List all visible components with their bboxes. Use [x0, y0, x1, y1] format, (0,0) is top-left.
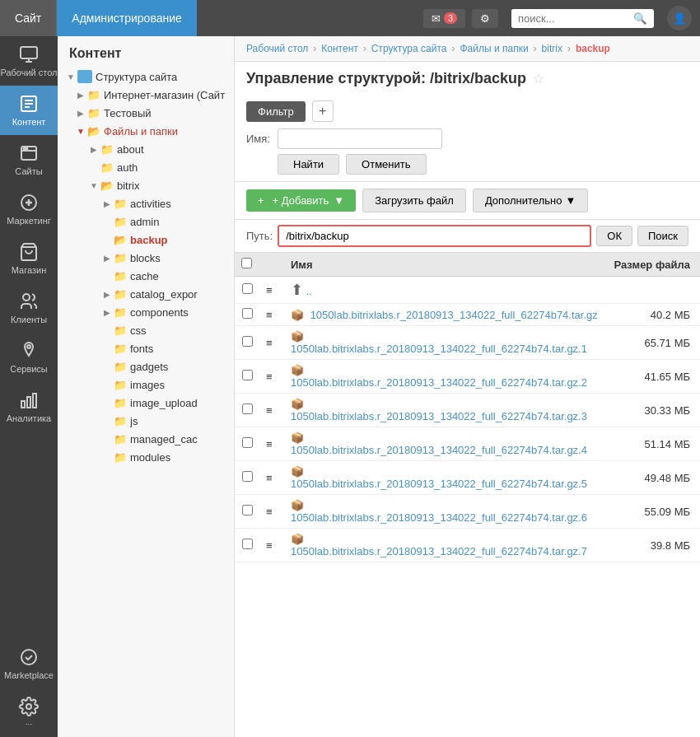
- tree-item-css[interactable]: ▶ 📁 css: [58, 321, 234, 339]
- sidebar-item-marketing[interactable]: Маркетинг: [0, 184, 58, 234]
- tree-item-modules[interactable]: ▶ 📁 modules: [58, 448, 234, 466]
- more-button[interactable]: Дополнительно ▼: [473, 189, 588, 212]
- filter-name-input[interactable]: [278, 128, 442, 149]
- settings-button[interactable]: ⚙: [472, 9, 498, 28]
- path-search-button[interactable]: Поиск: [637, 226, 688, 246]
- row-checkbox[interactable]: [242, 505, 253, 515]
- tree-item-blocks[interactable]: ▶ 📁 blocks: [58, 249, 234, 267]
- star-button[interactable]: ☆: [533, 71, 544, 86]
- sidebar-item-services[interactable]: Сервисы: [0, 333, 58, 382]
- tree-item-about[interactable]: ▶ 📁 about: [58, 140, 234, 158]
- sidebar-item-content[interactable]: Контент: [0, 86, 58, 135]
- file-name-cell[interactable]: 📦 1050lab.bitrixlabs.r_20180913_134022_f…: [284, 394, 607, 427]
- messages-button[interactable]: ✉ 3: [423, 9, 465, 28]
- sidebar-item-clients[interactable]: Клиенты: [0, 283, 58, 333]
- tree-item-components[interactable]: ▶ 📁 components: [58, 303, 234, 321]
- filter-tab-button[interactable]: Фильтр: [246, 101, 306, 122]
- sidebar-item-shop[interactable]: Магазин: [0, 234, 58, 283]
- file-name-cell[interactable]: 📦 1050lab.bitrixlabs.r_20180913_134022_f…: [284, 529, 607, 562]
- tree-item-managed-cache[interactable]: ▶ 📁 managed_cac: [58, 430, 234, 448]
- tree-item-auth[interactable]: ▶ 📁 auth: [58, 158, 234, 176]
- sidebar-item-settings[interactable]: ···: [0, 688, 58, 737]
- updir-link[interactable]: ⬆ ..: [284, 277, 607, 304]
- drag-handle[interactable]: ≡: [259, 529, 284, 562]
- file-name-cell[interactable]: 📦 1050lab.bitrixlabs.r_20180913_134022_f…: [284, 304, 607, 326]
- file-name-cell[interactable]: 📦 1050lab.bitrixlabs.r_20180913_134022_f…: [284, 495, 607, 529]
- file-name-cell[interactable]: 📦 1050lab.bitrixlabs.r_20180913_134022_f…: [284, 326, 607, 360]
- admin-tab[interactable]: Администрирование: [57, 0, 197, 36]
- sidebar-item-desktop[interactable]: Рабочий стол: [0, 36, 58, 86]
- file-name-cell[interactable]: 📦 1050lab.bitrixlabs.r_20180913_134022_f…: [284, 360, 607, 394]
- tree-label-catalog-export: catalog_expor: [130, 288, 198, 301]
- tree-item-fonts[interactable]: ▶ 📁 fonts: [58, 339, 234, 357]
- search-button[interactable]: 🔍: [627, 9, 654, 28]
- clients-icon: [19, 292, 39, 311]
- tree-item-backup[interactable]: ▶ 📂 backup: [58, 231, 234, 249]
- filter-add-button[interactable]: +: [312, 100, 334, 122]
- breadcrumb-structure[interactable]: Структура сайта: [371, 43, 447, 54]
- svg-point-12: [27, 345, 30, 348]
- row-checkbox-cell: [235, 304, 259, 326]
- sidebar-item-analytics[interactable]: Аналитика: [0, 382, 58, 431]
- main-layout: Рабочий стол Контент Сайты Маркетинг Маг…: [0, 36, 700, 737]
- row-checkbox[interactable]: [242, 539, 253, 549]
- row-checkbox[interactable]: [242, 308, 253, 319]
- row-checkbox[interactable]: [242, 336, 253, 347]
- row-checkbox-cell: [235, 461, 259, 495]
- select-all-checkbox[interactable]: [241, 258, 252, 268]
- table-row: ≡ 📦 1050lab.bitrixlabs.r_20180913_134022…: [235, 394, 700, 427]
- breadcrumb-files[interactable]: Файлы и папки: [460, 43, 528, 54]
- tree-item-bitrix[interactable]: ▼ 📂 bitrix: [58, 176, 234, 194]
- tree-item-images[interactable]: ▶ 📁 images: [58, 375, 234, 394]
- file-name-cell[interactable]: 📦 1050lab.bitrixlabs.r_20180913_134022_f…: [284, 461, 607, 495]
- upload-button[interactable]: Загрузить файл: [362, 189, 466, 212]
- site-tab[interactable]: Сайт: [0, 0, 57, 36]
- tree-item-internet-shop[interactable]: ▶ 📁 Интернет-магазин (Сайт: [58, 86, 234, 104]
- tree-item-js[interactable]: ▶ 📁 js: [58, 412, 234, 430]
- tree-item-catalog-export[interactable]: ▶ 📁 catalog_expor: [58, 285, 234, 303]
- drag-handle[interactable]: ≡: [259, 326, 284, 360]
- folder-icon: 📁: [87, 89, 100, 100]
- sidebar-item-marketplace[interactable]: Marketplace: [0, 639, 58, 688]
- tree-item-structure[interactable]: ▼ Структура сайта: [58, 68, 234, 86]
- table-row: ≡ 📦 1050lab.bitrixlabs.r_20180913_134022…: [235, 427, 700, 461]
- cancel-button[interactable]: Отменить: [346, 154, 426, 175]
- tree-item-test[interactable]: ▶ 📁 Тестовый: [58, 104, 234, 122]
- breadcrumb-desktop[interactable]: Рабочий стол: [246, 43, 308, 54]
- row-checkbox[interactable]: [242, 283, 253, 294]
- tree-item-files[interactable]: ▼ 📂 Файлы и папки: [58, 122, 234, 140]
- row-checkbox[interactable]: [242, 370, 253, 380]
- file-name-cell[interactable]: 📦 1050lab.bitrixlabs.r_20180913_134022_f…: [284, 427, 607, 461]
- svg-rect-13: [21, 401, 25, 408]
- add-button[interactable]: + + Добавить ▼: [246, 189, 356, 212]
- drag-handle[interactable]: ≡: [259, 304, 284, 326]
- find-button[interactable]: Найти: [278, 154, 339, 175]
- breadcrumb-bitrix[interactable]: bitrix: [542, 43, 562, 54]
- drag-handle[interactable]: ≡: [259, 495, 284, 529]
- drag-handle[interactable]: ≡: [259, 427, 284, 461]
- breadcrumb-backup[interactable]: backup: [576, 43, 610, 54]
- search-input[interactable]: [511, 9, 627, 28]
- drag-handle[interactable]: ≡: [259, 461, 284, 495]
- user-button[interactable]: 👤: [667, 6, 692, 30]
- row-checkbox[interactable]: [242, 403, 253, 414]
- tree-item-cache[interactable]: ▶ 📁 cache: [58, 267, 234, 285]
- path-input[interactable]: [278, 225, 591, 247]
- tree-item-gadgets[interactable]: ▶ 📁 gadgets: [58, 357, 234, 375]
- drag-handle[interactable]: ≡: [259, 394, 284, 427]
- more-label: Дополнительно: [485, 194, 562, 207]
- drag-handle[interactable]: ≡: [259, 277, 284, 304]
- row-checkbox[interactable]: [242, 437, 253, 448]
- row-checkbox[interactable]: [242, 471, 253, 482]
- tree-item-admin[interactable]: ▶ 📁 admin: [58, 212, 234, 231]
- breadcrumb-content[interactable]: Контент: [321, 43, 357, 54]
- top-bar-icons: ✉ 3 ⚙ 🔍 👤: [415, 0, 700, 36]
- ok-button[interactable]: ОК: [596, 226, 632, 246]
- sidebar-item-sites[interactable]: Сайты: [0, 135, 58, 184]
- row-checkbox-cell: [235, 326, 259, 360]
- tree-item-image-upload[interactable]: ▶ 📁 image_upload: [58, 394, 234, 412]
- file-name: 1050lab.bitrixlabs.r_20180913_134022_ful…: [291, 444, 587, 456]
- tree-item-activities[interactable]: ▶ 📁 activities: [58, 194, 234, 212]
- breadcrumb-sep: ›: [363, 43, 366, 54]
- drag-handle[interactable]: ≡: [259, 360, 284, 394]
